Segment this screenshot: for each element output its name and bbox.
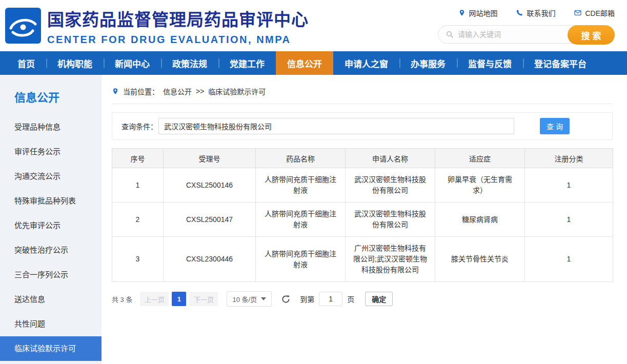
cell-drug-name: 人脐带间充质干细胞注射液 [256,203,346,237]
header-cell-registration-class: 注册分类 [525,149,613,168]
header-cell-index: 序号 [112,149,164,168]
cell-registration-class: 1 [525,237,613,282]
quick-links: 网站地图 联系我们 CDE邮箱 [458,8,615,18]
sitemap-link[interactable]: 网站地图 [458,8,497,18]
cell-applicant: 武汉汉密顿生物科技股份有限公司 [346,168,435,203]
pagination: 共 3 条 上一页 1 下一页 10 条/页 到第 页 确定 [112,291,613,307]
query-label: 查询条件： [122,121,157,131]
breadcrumb-section[interactable]: 信息公开 [163,86,192,96]
cell-acceptance-no: CXSL2500147 [164,203,256,237]
breadcrumb-current: 临床试验默示许可 [208,86,266,96]
cell-applicant: 广州汉密顿生物科技有限公司;武汉汉密顿生物科技股份有限公司 [346,237,435,282]
sidebar-item-common-issues[interactable]: 共性问题 [0,312,102,336]
site-search: 搜索 [438,25,615,44]
header-cell-indication: 适应症 [435,149,525,168]
contact-link[interactable]: 联系我们 [516,8,555,18]
search-icon [446,30,454,38]
nav-item-applicant-window[interactable]: 申请人之窗 [333,51,399,75]
page-number-1[interactable]: 1 [172,292,186,306]
cell-registration-class: 1 [525,168,613,203]
page: 国家药品监督管理局药品审评中心 CENTER FOR DRUG EVALUATI… [0,0,627,364]
contact-label: 联系我们 [527,8,555,18]
cell-index: 1 [112,168,164,203]
cell-drug-name: 人脐带间充质干细胞注射液 [256,237,346,282]
sidebar: 信息公开 受理品种信息 审评任务公示 沟通交流公示 特殊审批品种列表 优先审评公… [0,75,102,364]
nav-item-services[interactable]: 办事服务 [399,51,457,75]
table-header-row: 序号 受理号 药品名称 申请人名称 适应症 注册分类 [112,149,613,168]
nav-item-home[interactable]: 首页 [6,51,46,75]
cde-logo[interactable] [5,8,41,44]
map-pin-icon [458,9,466,17]
cell-index: 2 [112,203,164,237]
search-input[interactable] [458,30,563,38]
header-cell-applicant: 申请人名称 [346,149,435,168]
sidebar-item-clinical-trial-implied-license[interactable]: 临床试验默示许可 [0,336,102,361]
results-table: 序号 受理号 药品名称 申请人名称 适应症 注册分类 1 CXSL2500146… [112,148,613,282]
breadcrumb: 当前位置：信息公开 >> 临床试验默示许可 [112,86,613,104]
pagination-total: 共 3 条 [112,294,132,304]
page-body: 信息公开 受理品种信息 审评任务公示 沟通交流公示 特殊审批品种列表 优先审评公… [0,75,627,364]
nav-item-supervision[interactable]: 监督与反馈 [457,51,523,75]
cell-indication: 膝关节骨性关节炎 [435,237,525,282]
breadcrumb-prefix: 当前位置： [123,86,159,96]
location-pin-icon [112,87,119,95]
nav-item-party[interactable]: 党建工作 [218,51,276,75]
table-row: 3 CXSL2300446 人脐带间充质干细胞注射液 广州汉密顿生物科技有限公司… [112,237,613,282]
table-row: 1 CXSL2500146 人脐带间充质干细胞注射液 武汉汉密顿生物科技股份有限… [112,168,613,203]
cell-applicant: 武汉汉密顿生物科技股份有限公司 [346,203,435,237]
breadcrumb-separator: >> [196,87,204,95]
page-size-select[interactable]: 10 条/页 [227,291,272,307]
nav-item-functions[interactable]: 机构职能 [46,51,104,75]
sidebar-item-accepted-varieties[interactable]: 受理品种信息 [0,115,102,139]
nav-item-news[interactable]: 新闻中心 [104,51,161,75]
table-row: 2 CXSL2500147 人脐带间充质干细胞注射液 武汉汉密顿生物科技股份有限… [112,203,613,237]
nav-item-policy[interactable]: 政策法规 [161,51,218,75]
goto-suffix: 页 [347,294,354,304]
sidebar-title: 信息公开 [14,88,102,105]
query-box: 查询条件： 查 询 [112,112,613,140]
sitemap-label: 网站地图 [469,8,497,18]
cell-acceptance-no: CXSL2300446 [164,237,256,282]
search-button[interactable]: 搜索 [568,25,615,45]
main-nav: 首页 机构职能 新闻中心 政策法规 党建工作 信息公开 申请人之窗 办事服务 监… [0,51,627,75]
chevron-down-icon [261,297,266,300]
confirm-button[interactable]: 确定 [365,292,393,306]
nav-item-registration-platform[interactable]: 登记备案平台 [523,51,598,75]
sidebar-item-priority-review[interactable]: 优先审评公示 [0,213,102,238]
sidebar-item-breakthrough-therapy[interactable]: 突破性治疗公示 [0,238,102,262]
cell-indication: 卵巢早衰（无生育需求） [435,168,525,203]
phone-icon [516,9,523,17]
header-right: 网站地图 联系我们 CDE邮箱 搜索 [438,8,615,44]
sidebar-item-delivery-info[interactable]: 送达信息 [0,287,102,312]
prev-page-button[interactable]: 上一页 [140,292,169,306]
nav-item-info-disclosure[interactable]: 信息公开 [276,51,333,75]
page-size-label: 10 条/页 [232,294,257,304]
site-title: 国家药品监督管理局药品审评中心 [47,6,309,31]
sidebar-item-three-in-one[interactable]: 三合一序列公示 [0,262,102,287]
cell-drug-name: 人脐带间充质干细胞注射液 [256,168,346,203]
site-subtitle: CENTER FOR DRUG EVALUATION, NMPA [47,34,309,46]
cell-index: 3 [112,237,164,282]
mail-label: CDE邮箱 [585,8,615,18]
sidebar-item-review-tasks[interactable]: 审评任务公示 [0,139,102,164]
next-page-button[interactable]: 下一页 [189,292,218,306]
header-cell-drug-name: 药品名称 [256,149,346,168]
sidebar-item-special-approval[interactable]: 特殊审批品种列表 [0,189,102,213]
header-cell-acceptance-no: 受理号 [164,149,256,168]
goto-prefix: 到第 [300,294,314,304]
query-input[interactable] [158,118,514,134]
refresh-icon[interactable] [281,294,291,304]
main-content: 当前位置：信息公开 >> 临床试验默示许可 查询条件： 查 询 序号 受理号 药… [102,75,627,364]
cell-acceptance-no: CXSL2500146 [164,168,256,203]
cell-registration-class: 1 [525,203,613,237]
mail-link[interactable]: CDE邮箱 [574,8,615,18]
goto-page-input[interactable] [319,292,342,306]
query-button[interactable]: 查 询 [540,118,570,134]
mail-icon [574,9,582,16]
goto-page: 到第 页 确定 [300,292,393,306]
site-titles: 国家药品监督管理局药品审评中心 CENTER FOR DRUG EVALUATI… [47,6,309,46]
sidebar-item-communication[interactable]: 沟通交流公示 [0,164,102,189]
cell-indication: 糖尿病肾病 [435,203,525,237]
site-header: 国家药品监督管理局药品审评中心 CENTER FOR DRUG EVALUATI… [0,0,627,51]
